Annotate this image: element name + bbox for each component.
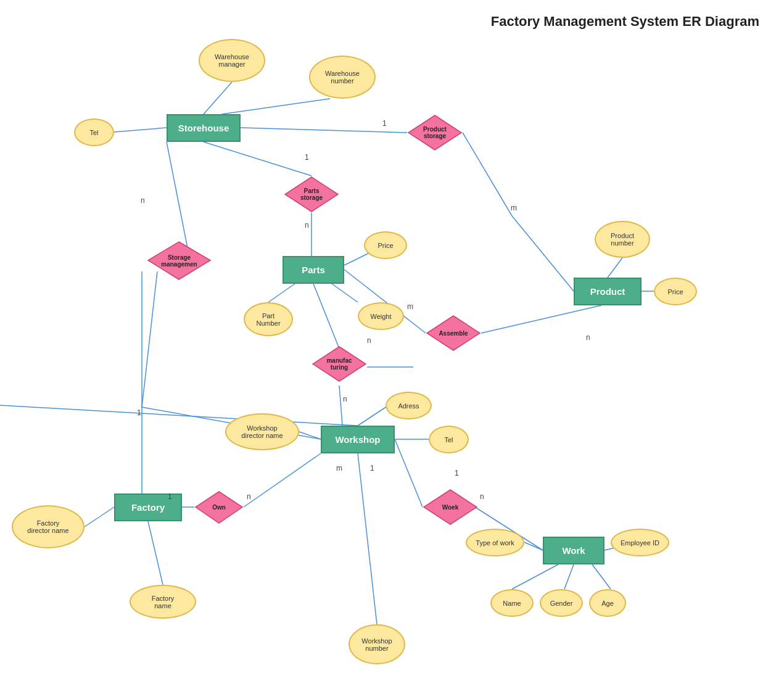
attr-warehouse-manager: Warehouse manager	[199, 39, 265, 82]
attr-employee-id: Employee ID	[611, 529, 669, 556]
mult-n-workshop-manuf: n	[343, 395, 347, 403]
rel-manufacturing: manufac turing	[312, 345, 367, 382]
entity-work: Work	[543, 537, 605, 564]
rel-own: Own	[194, 490, 244, 524]
svg-line-16	[313, 284, 339, 349]
svg-line-30	[148, 521, 163, 585]
svg-line-2	[114, 128, 167, 132]
attr-address: Adress	[386, 392, 432, 419]
mult-n-storehouse: n	[141, 196, 145, 205]
svg-line-22	[358, 405, 389, 426]
diagram-container: Factory Management System ER Diagram	[0, 0, 784, 673]
svg-line-6	[204, 142, 312, 176]
svg-line-32	[524, 542, 543, 550]
attr-gender: Gender	[540, 589, 583, 617]
entity-product: Product	[574, 278, 642, 305]
mult-1-factory-workshop: 1	[137, 408, 141, 417]
svg-line-34	[512, 564, 558, 589]
svg-line-35	[564, 564, 574, 589]
svg-line-4	[463, 133, 512, 216]
svg-line-13	[332, 284, 358, 302]
rel-parts-storage: Parts storage	[284, 176, 339, 213]
mult-n-woek: n	[480, 492, 484, 501]
svg-line-19	[608, 258, 622, 278]
entity-storehouse: Storehouse	[167, 114, 241, 142]
entity-workshop: Workshop	[321, 426, 395, 453]
svg-line-25	[358, 453, 377, 624]
mult-1-product-storage: 1	[382, 119, 387, 128]
mult-1-woek-workshop: 1	[455, 469, 459, 477]
attr-price-parts: Price	[364, 231, 407, 259]
svg-line-12	[268, 284, 295, 302]
attr-product-number: Product number	[595, 221, 650, 258]
rel-storage-management: Storage managemen	[147, 241, 212, 281]
svg-line-15	[481, 305, 601, 333]
attr-factory-director: Factory director name	[12, 505, 85, 548]
attr-age: Age	[589, 589, 626, 617]
entity-parts: Parts	[283, 256, 344, 284]
svg-line-5	[512, 216, 574, 291]
svg-line-17	[339, 386, 342, 426]
svg-line-1	[222, 99, 330, 114]
attr-name: Name	[490, 589, 534, 617]
mult-n-own: n	[247, 492, 251, 501]
attr-weight: Weight	[358, 302, 404, 330]
attr-workshop-number: Workshop number	[349, 624, 405, 664]
attr-tel-storehouse: Tel	[74, 118, 114, 146]
attr-warehouse-number: Warehouse number	[309, 56, 376, 99]
mult-1-parts-storage: 1	[305, 153, 309, 162]
mult-m-product: m	[511, 204, 517, 212]
mult-n-parts-storage: n	[305, 221, 309, 229]
svg-line-28	[244, 453, 321, 507]
attr-factory-name: Factory name	[130, 585, 196, 619]
svg-line-21	[0, 405, 358, 426]
rel-woek: Woek	[423, 489, 478, 526]
svg-line-9	[142, 271, 157, 407]
svg-line-23	[299, 432, 321, 439]
attr-workshop-director: Workshop director name	[225, 413, 299, 450]
attr-tel-workshop: Tel	[429, 426, 469, 453]
attr-part-number: Part Number	[244, 302, 293, 336]
attr-product-price: Price	[654, 278, 697, 305]
svg-line-0	[204, 82, 232, 114]
mult-n-manufacturing: n	[367, 336, 371, 345]
svg-line-36	[592, 564, 611, 589]
connection-lines	[0, 0, 784, 673]
mult-m-assemble: m	[407, 302, 413, 311]
attr-type-of-work: Type of work	[466, 529, 524, 556]
rel-assemble: Assemble	[426, 315, 481, 352]
page-title: Factory Management System ER Diagram	[491, 14, 759, 30]
mult-m-workshop: m	[336, 464, 342, 473]
svg-line-26	[395, 439, 423, 507]
mult-1-factory-own: 1	[168, 492, 172, 501]
svg-line-3	[241, 128, 407, 133]
mult-1-workshop-woek: 1	[370, 464, 374, 473]
rel-product-storage: Product storage	[407, 114, 463, 151]
svg-line-29	[85, 507, 114, 527]
mult-n-product-assemble: n	[586, 333, 590, 342]
